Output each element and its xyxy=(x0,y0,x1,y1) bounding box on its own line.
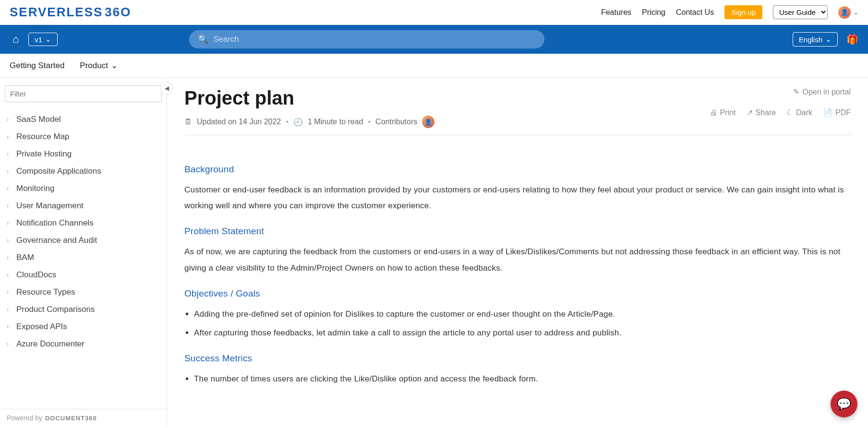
section-text-problem: As of now, we are capturing the feedback… xyxy=(184,244,851,275)
dark-label: Dark xyxy=(796,108,812,117)
search-box[interactable]: 🔍 xyxy=(189,30,544,48)
sidebar-item[interactable]: ›Azure Documenter xyxy=(5,335,162,353)
chat-fab-button[interactable]: 💬 xyxy=(831,391,857,417)
sidebar-item-label: Resource Types xyxy=(16,287,75,297)
blue-bar-right: English ⌄ 🎁 xyxy=(793,32,858,47)
chevron-right-icon: › xyxy=(7,341,12,347)
sidebar-item[interactable]: ›Notification Channels xyxy=(5,214,162,232)
search-input[interactable] xyxy=(213,35,536,44)
open-in-portal-label: Open in portal xyxy=(802,88,851,96)
share-icon: ↗ xyxy=(747,108,753,117)
dark-button[interactable]: ☾Dark xyxy=(786,108,812,117)
section-text-background: Customer or end-user feedback is an info… xyxy=(184,182,851,214)
signup-button[interactable]: Sign up xyxy=(724,5,762,19)
sidebar-item[interactable]: ›Resource Types xyxy=(5,284,162,301)
nav-contact[interactable]: Contact Us xyxy=(676,8,714,17)
sidebar-item-label: Notification Channels xyxy=(16,218,94,228)
sidebar-item-label: BAM xyxy=(16,253,34,262)
sidebar-item[interactable]: ›Exposed APIs xyxy=(5,318,162,335)
article-header: Project plan 🗓 Updated on 14 Jun 2022 • … xyxy=(184,87,851,135)
sidebar-item[interactable]: ›Governance and Audit xyxy=(5,232,162,249)
sidebar-item[interactable]: ›Resource Map xyxy=(5,128,162,145)
sidebar-item[interactable]: ›Monitoring xyxy=(5,180,162,197)
top-nav-right: Features Pricing Contact Us Sign up User… xyxy=(601,5,858,19)
chevron-right-icon: › xyxy=(7,151,12,157)
sidebar-item-label: Resource Map xyxy=(16,132,70,142)
sidebar-item[interactable]: ›SaaS Model xyxy=(5,111,162,128)
chevron-right-icon: › xyxy=(7,116,12,123)
list-item: Adding the pre-defined set of opinion fo… xyxy=(185,306,851,322)
chevron-right-icon: › xyxy=(7,202,12,209)
pdf-button[interactable]: 📄PDF xyxy=(823,108,851,117)
chevron-right-icon: › xyxy=(7,220,12,226)
contributors-label: Contributors xyxy=(375,118,417,126)
content-row: ◀ ›SaaS Model›Resource Map›Private Hosti… xyxy=(0,78,868,427)
chevron-down-icon: ⌄ xyxy=(111,60,118,71)
search-wrap: 🔍 xyxy=(189,30,544,48)
clock-icon: 🕘 xyxy=(293,118,303,127)
nav-pricing[interactable]: Pricing xyxy=(642,8,665,17)
sub-nav: Getting Started Product ⌄ xyxy=(0,54,868,78)
home-icon[interactable]: ⌂ xyxy=(10,30,22,48)
chevron-right-icon: › xyxy=(7,323,12,330)
chat-icon: 💬 xyxy=(837,397,851,411)
sidebar-item-label: Governance and Audit xyxy=(16,236,97,245)
gift-icon[interactable]: 🎁 xyxy=(846,34,858,45)
sidebar-item-label: SaaS Model xyxy=(16,115,61,124)
print-button[interactable]: 🖨Print xyxy=(710,108,736,117)
sidebar-item-label: Exposed APIs xyxy=(16,322,67,332)
sidebar-item[interactable]: ›Product Comparisons xyxy=(5,301,162,318)
sidebar-item[interactable]: ›User Management xyxy=(5,197,162,214)
language-selector[interactable]: English ⌄ xyxy=(793,32,838,47)
sidebar-item[interactable]: ›Private Hosting xyxy=(5,145,162,163)
sidebar-item-label: Azure Documenter xyxy=(16,339,84,349)
section-heading-background: Background xyxy=(184,160,851,178)
document360-logo-text: DOCUMENT360 xyxy=(45,415,97,422)
nav-product[interactable]: Product ⌄ xyxy=(80,60,118,71)
article-meta: 🗓 Updated on 14 Jun 2022 • 🕘 1 Minute to… xyxy=(184,116,434,128)
print-icon: 🖨 xyxy=(710,108,717,117)
chevron-right-icon: › xyxy=(7,306,12,313)
nav-product-label: Product xyxy=(80,61,108,71)
objectives-list: Adding the pre-defined set of opinion fo… xyxy=(184,306,851,341)
calendar-icon: 🗓 xyxy=(184,118,192,126)
sidebar-filter-input[interactable] xyxy=(5,85,162,102)
list-item: After capturing those feedbacks, let adm… xyxy=(185,325,851,341)
sidebar-footer: Powered by DOCUMENT360 xyxy=(0,409,167,427)
brand-logo-text: SERVERLESS xyxy=(10,5,103,20)
version-selector[interactable]: v1 ⌄ xyxy=(28,33,58,46)
sidebar-item-label: Private Hosting xyxy=(16,149,72,159)
sidebar-item-label: CloudDocs xyxy=(16,270,56,280)
article-actions: ✎ Open in portal 🖨Print ↗Share ☾Dark 📄PD… xyxy=(710,87,851,117)
moon-icon: ☾ xyxy=(786,108,793,117)
sidebar-item[interactable]: ›Composite Applications xyxy=(5,163,162,180)
nav-features[interactable]: Features xyxy=(601,8,631,17)
chevron-right-icon: › xyxy=(7,254,12,261)
chevron-right-icon: › xyxy=(7,133,12,140)
avatar-icon: 👤 xyxy=(838,6,851,19)
sidebar-collapse-button[interactable]: ◀ xyxy=(160,82,173,95)
sidebar-item[interactable]: ›CloudDocs xyxy=(5,266,162,284)
userguide-select[interactable]: User Guide xyxy=(773,5,828,19)
user-menu[interactable]: 👤 ⌄ xyxy=(838,6,858,19)
dot-separator: • xyxy=(368,118,371,126)
sidebar-item-label: Monitoring xyxy=(16,184,54,193)
edit-icon: ✎ xyxy=(793,87,799,96)
page-title: Project plan xyxy=(184,87,434,109)
sidebar-item[interactable]: ›BAM xyxy=(5,249,162,266)
chevron-right-icon: › xyxy=(7,168,12,175)
chevron-right-icon: › xyxy=(7,185,12,192)
print-label: Print xyxy=(720,108,736,117)
share-button[interactable]: ↗Share xyxy=(747,108,776,117)
brand-logo-tail: 36O xyxy=(105,5,131,20)
nav-getting-started[interactable]: Getting Started xyxy=(10,61,64,71)
sidebar-item-label: Composite Applications xyxy=(16,166,101,176)
powered-by-label: Powered by xyxy=(7,414,42,422)
top-nav: SERVERLESS 36O Features Pricing Contact … xyxy=(0,0,868,25)
chevron-down-icon: ⌄ xyxy=(825,35,832,44)
version-label: v1 xyxy=(35,36,42,44)
list-item: The number of times users are clicking t… xyxy=(185,371,851,387)
file-icon: 📄 xyxy=(823,108,832,117)
open-in-portal-button[interactable]: ✎ Open in portal xyxy=(793,87,851,96)
search-icon: 🔍 xyxy=(198,34,208,45)
